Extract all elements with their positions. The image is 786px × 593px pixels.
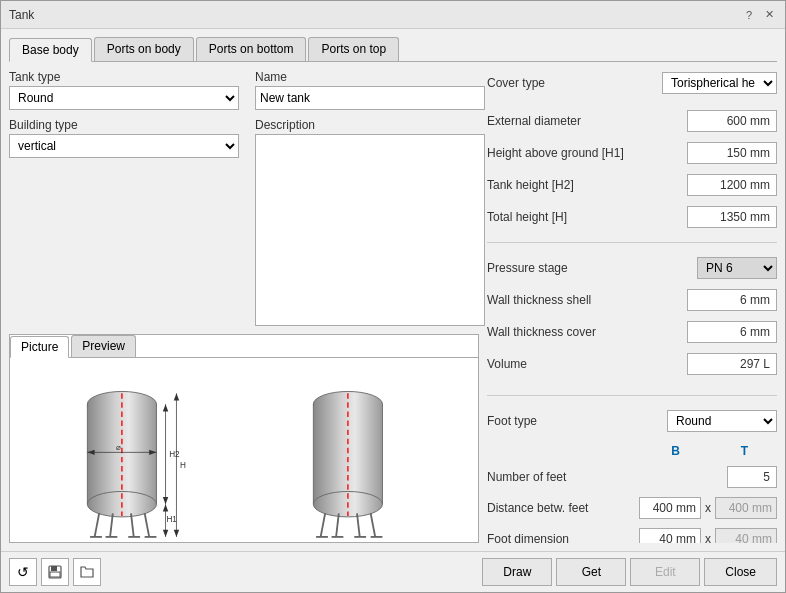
description-input[interactable]: [255, 134, 485, 326]
building-type-group: Building type vertical: [9, 118, 239, 158]
name-input[interactable]: [255, 86, 485, 110]
top-form-row: Tank type Round Name: [9, 70, 479, 110]
foot-type-row: Foot type Round: [487, 408, 777, 434]
total-height-row: Total height [H] 1350 mm: [487, 204, 777, 230]
bottom-bar: ↺ Draw Get Edit Close: [1, 551, 785, 592]
svg-line-42: [336, 513, 339, 537]
main-area: Tank type Round Name Building type: [9, 70, 777, 543]
picture-tab-picture[interactable]: Picture: [10, 336, 69, 358]
foot-dimension-label: Foot dimension: [487, 532, 639, 543]
volume-label: Volume: [487, 357, 687, 371]
main-tabs: Base body Ports on body Ports on bottom …: [9, 37, 777, 62]
tab-base-body[interactable]: Base body: [9, 38, 92, 62]
foot-type-label: Foot type: [487, 414, 667, 428]
svg-line-8: [110, 513, 113, 537]
tank-height-value[interactable]: 1200 mm: [687, 174, 777, 196]
tab-ports-on-bottom[interactable]: Ports on bottom: [196, 37, 307, 61]
folder-button[interactable]: [73, 558, 101, 586]
folder-icon: [79, 564, 95, 580]
number-of-feet-values: 5: [727, 466, 777, 488]
pressure-stage-label: Pressure stage: [487, 261, 697, 275]
svg-line-43: [357, 513, 360, 537]
tab-ports-on-body[interactable]: Ports on body: [94, 37, 194, 61]
tank-diagram-2: FT: [277, 366, 437, 544]
tank-height-label: Tank height [H2]: [487, 178, 687, 192]
svg-marker-16: [163, 496, 168, 503]
separator-2: [487, 395, 777, 396]
draw-button[interactable]: Draw: [482, 558, 552, 586]
close-button-bottom[interactable]: Close: [704, 558, 777, 586]
wall-thickness-cover-label: Wall thickness cover: [487, 325, 687, 339]
building-type-select[interactable]: vertical: [9, 134, 239, 158]
foot-dimension-b[interactable]: 40 mm: [639, 528, 701, 543]
close-button[interactable]: ✕: [761, 7, 777, 23]
building-type-label: Building type: [9, 118, 239, 132]
picture-area: Picture Preview: [9, 334, 479, 544]
window-title: Tank: [9, 8, 34, 22]
height-above-ground-label: Height above ground [H1]: [487, 146, 687, 160]
tank-diagram-1: H2 H H1: [51, 366, 211, 544]
external-diameter-value[interactable]: 600 mm: [687, 110, 777, 132]
wall-thickness-cover-row: Wall thickness cover 6 mm: [487, 319, 777, 345]
picture-tabs: Picture Preview: [10, 335, 478, 358]
distance-betw-feet-t: 400 mm: [715, 497, 777, 519]
title-bar: Tank ? ✕: [1, 1, 785, 29]
total-height-value[interactable]: 1350 mm: [687, 206, 777, 228]
distance-betw-feet-b[interactable]: 400 mm: [639, 497, 701, 519]
height-above-ground-value[interactable]: 150 mm: [687, 142, 777, 164]
col-b-label: B: [643, 444, 708, 458]
left-panel: Tank type Round Name Building type: [9, 70, 479, 543]
tab-ports-on-top[interactable]: Ports on top: [308, 37, 399, 61]
tank-height-row: Tank height [H2] 1200 mm: [487, 172, 777, 198]
foot-dimension-t: 40 mm: [715, 528, 777, 543]
x-separator-1: x: [705, 501, 711, 515]
svg-line-7: [145, 513, 150, 537]
svg-rect-54: [50, 572, 60, 577]
tank-type-group: Tank type Round: [9, 70, 239, 110]
external-diameter-row: External diameter 600 mm: [487, 108, 777, 134]
edit-button[interactable]: Edit: [630, 558, 700, 586]
picture-content: H2 H H1: [10, 358, 478, 544]
svg-marker-20: [174, 529, 179, 536]
total-height-label: Total height [H]: [487, 210, 687, 224]
cover-type-select[interactable]: Torispherical he: [662, 72, 777, 94]
number-of-feet-value[interactable]: 5: [727, 466, 777, 488]
get-button[interactable]: Get: [556, 558, 626, 586]
svg-line-40: [321, 513, 326, 537]
save-button[interactable]: [41, 558, 69, 586]
volume-value: 297 L: [687, 353, 777, 375]
svg-marker-15: [163, 404, 168, 411]
x-separator-2: x: [705, 532, 711, 543]
height-above-ground-row: Height above ground [H1] 150 mm: [487, 140, 777, 166]
pressure-stage-row: Pressure stage PN 6: [487, 255, 777, 281]
tank-type-select[interactable]: Round: [9, 86, 239, 110]
external-diameter-label: External diameter: [487, 114, 687, 128]
svg-line-9: [131, 513, 134, 537]
bottom-right-buttons: Draw Get Edit Close: [482, 558, 777, 586]
wall-thickness-shell-value[interactable]: 6 mm: [687, 289, 777, 311]
svg-marker-19: [174, 393, 179, 400]
description-group: Description: [255, 118, 485, 326]
number-of-feet-row: Number of feet 5: [487, 466, 777, 488]
svg-text:H: H: [180, 460, 186, 469]
description-label: Description: [255, 118, 485, 132]
cover-type-row: Cover type Torispherical he: [487, 70, 777, 96]
svg-rect-53: [51, 566, 57, 571]
cover-type-label: Cover type: [487, 76, 662, 90]
foot-dimension-row: Foot dimension 40 mm x 40 mm: [487, 528, 777, 543]
wall-thickness-shell-label: Wall thickness shell: [487, 293, 687, 307]
save-icon: [47, 564, 63, 580]
svg-marker-24: [163, 529, 168, 536]
foot-type-select[interactable]: Round: [667, 410, 777, 432]
building-form-row: Building type vertical Description: [9, 118, 479, 326]
wall-thickness-cover-value[interactable]: 6 mm: [687, 321, 777, 343]
foot-dimension-values: 40 mm x 40 mm: [639, 528, 777, 543]
svg-text:H1: H1: [166, 515, 177, 524]
bt-header-row: B T: [487, 444, 777, 458]
pressure-stage-select[interactable]: PN 6: [697, 257, 777, 279]
wall-thickness-shell-row: Wall thickness shell 6 mm: [487, 287, 777, 313]
help-button[interactable]: ?: [741, 7, 757, 23]
distance-betw-feet-row: Distance betw. feet 400 mm x 400 mm: [487, 497, 777, 519]
refresh-button[interactable]: ↺: [9, 558, 37, 586]
picture-tab-preview[interactable]: Preview: [71, 335, 136, 357]
